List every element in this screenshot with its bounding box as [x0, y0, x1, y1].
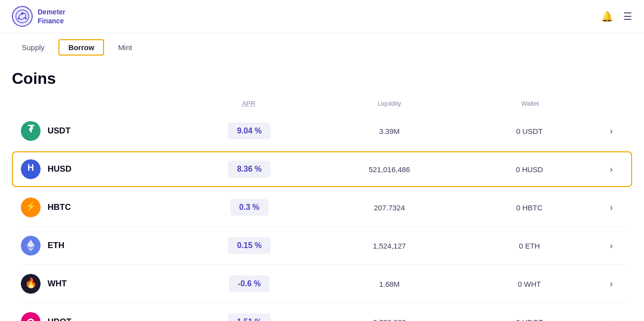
tab-mint[interactable]: Mint	[108, 39, 142, 56]
svg-point-4	[25, 17, 27, 19]
logo-area: Demeter Finance	[12, 6, 65, 27]
col-action	[600, 100, 624, 107]
main-nav: Supply Borrow Mint	[0, 33, 644, 56]
svg-text:🔥: 🔥	[25, 277, 37, 289]
row-divider	[20, 226, 624, 227]
row-chevron: ›	[610, 126, 613, 136]
table-row[interactable]: ⚡ HBTC 0.3 % 207.7324 0 HBTC ›	[12, 190, 632, 225]
wallet-value: 0 HBTC	[459, 203, 599, 212]
table-body: ₮ USDT 9.04 % 3.39M 0 USDT › H HUSD 8.36…	[12, 113, 632, 321]
coin-icon-eth	[21, 236, 41, 256]
svg-text:⚡: ⚡	[25, 201, 37, 212]
svg-point-0	[16, 10, 29, 23]
svg-text:H: H	[28, 163, 34, 173]
menu-icon[interactable]: ☰	[623, 10, 632, 22]
row-chevron: ›	[610, 317, 613, 321]
wallet-value: 0 WHT	[459, 280, 599, 288]
col-liquidity: Liquidity	[319, 100, 460, 107]
tab-supply[interactable]: Supply	[12, 39, 54, 56]
liquidity-value: 1.68M	[320, 280, 460, 288]
wallet-value: 0 HDOT	[459, 318, 599, 321]
apr-value: 0.3 %	[230, 199, 268, 216]
coin-name: WHT	[48, 279, 67, 289]
coin-info: HDOT	[21, 312, 179, 321]
brand-name: Demeter Finance	[38, 7, 65, 25]
coin-info: ETH	[21, 236, 179, 256]
row-chevron: ›	[610, 164, 613, 175]
liquidity-value: 3.39M	[320, 127, 460, 135]
row-chevron: ›	[610, 241, 613, 251]
col-coin	[20, 100, 178, 107]
row-chevron: ›	[610, 279, 613, 289]
tab-borrow[interactable]: Borrow	[58, 39, 105, 56]
coin-name: ETH	[48, 241, 64, 251]
coin-info: 🔥 WHT	[21, 274, 179, 294]
coin-name: HUSD	[48, 164, 71, 174]
coin-name: HDOT	[48, 317, 71, 321]
coin-icon-usdt: ₮	[21, 121, 41, 141]
apr-value: 1.51 %	[228, 314, 270, 321]
table-row[interactable]: 🔥 WHT -0.6 % 1.68M 0 WHT ›	[12, 266, 632, 302]
svg-point-2	[21, 12, 24, 15]
app-header: Demeter Finance 🔔 ☰	[0, 0, 644, 33]
liquidity-value: 1,524,127	[320, 242, 460, 250]
coin-icon-hdot	[21, 312, 41, 321]
liquidity-value: 521,016,486	[320, 165, 460, 174]
liquidity-value: 207.7324	[320, 203, 460, 212]
coin-icon-hbtc: ⚡	[21, 197, 41, 217]
coin-name: HBTC	[48, 202, 71, 212]
coin-icon-husd: H	[21, 159, 41, 179]
wallet-value: 0 HUSD	[459, 165, 599, 174]
row-chevron: ›	[610, 202, 613, 213]
table-row[interactable]: H HUSD 8.36 % 521,016,486 0 HUSD ›	[12, 151, 632, 187]
logo-icon	[12, 6, 33, 27]
apr-value: 9.04 %	[228, 123, 270, 139]
row-divider	[20, 188, 624, 189]
coins-table: APR Liquidity Wallet ₮ USDT 9.04 % 3.39M…	[0, 96, 644, 321]
header-actions: 🔔 ☰	[601, 10, 632, 22]
apr-value: -0.6 %	[229, 275, 269, 292]
coin-name: USDT	[48, 126, 70, 136]
coin-info: H HUSD	[21, 159, 179, 179]
table-row[interactable]: HDOT 1.51 % 6,769,832 0 HDOT ›	[12, 304, 632, 321]
col-wallet: Wallet	[460, 100, 600, 107]
wallet-value: 0 USDT	[459, 127, 599, 135]
coin-info: ⚡ HBTC	[21, 197, 179, 217]
svg-text:₮: ₮	[28, 124, 35, 134]
svg-point-3	[18, 17, 20, 19]
col-apr: APR	[178, 100, 319, 107]
apr-value: 0.15 %	[228, 237, 270, 254]
apr-value: 8.36 %	[228, 161, 270, 178]
table-row[interactable]: ₮ USDT 9.04 % 3.39M 0 USDT ›	[12, 113, 632, 149]
row-divider	[20, 150, 624, 150]
notification-icon[interactable]: 🔔	[601, 10, 613, 22]
page-title: Coins	[0, 56, 644, 96]
coin-icon-wht: 🔥	[21, 274, 41, 294]
coin-info: ₮ USDT	[21, 121, 179, 141]
row-divider	[20, 303, 624, 303]
table-row[interactable]: ETH 0.15 % 1,524,127 0 ETH ›	[12, 228, 632, 263]
wallet-value: 0 ETH	[459, 242, 599, 250]
table-header: APR Liquidity Wallet	[12, 96, 632, 111]
liquidity-value: 6,769,832	[320, 318, 460, 321]
row-divider	[20, 264, 624, 265]
